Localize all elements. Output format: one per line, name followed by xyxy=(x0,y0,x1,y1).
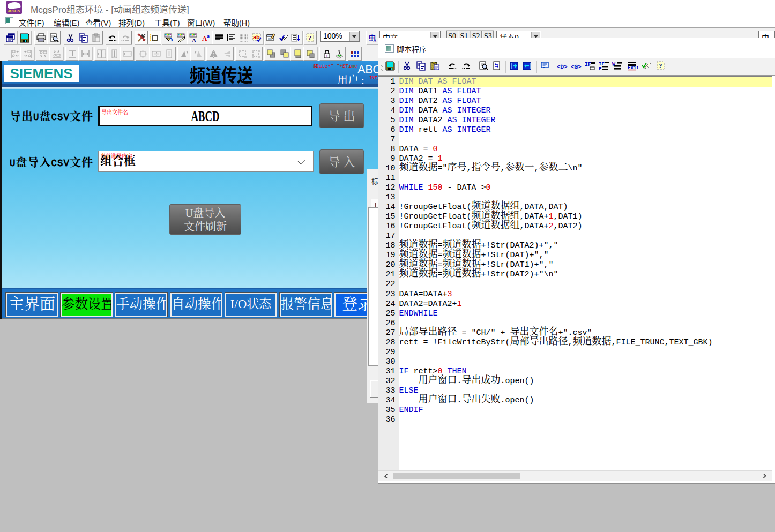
svg-text:IF: IF xyxy=(585,62,591,68)
svg-text:T: T xyxy=(326,54,329,58)
svg-text:?: ? xyxy=(308,34,312,42)
svg-text:ab: ab xyxy=(253,34,260,40)
svg-text:?: ? xyxy=(659,62,662,70)
svg-text:A: A xyxy=(373,38,377,43)
svg-text:E: E xyxy=(599,66,602,71)
svg-text:A: A xyxy=(192,37,196,43)
svg-text:a: a xyxy=(207,33,210,39)
